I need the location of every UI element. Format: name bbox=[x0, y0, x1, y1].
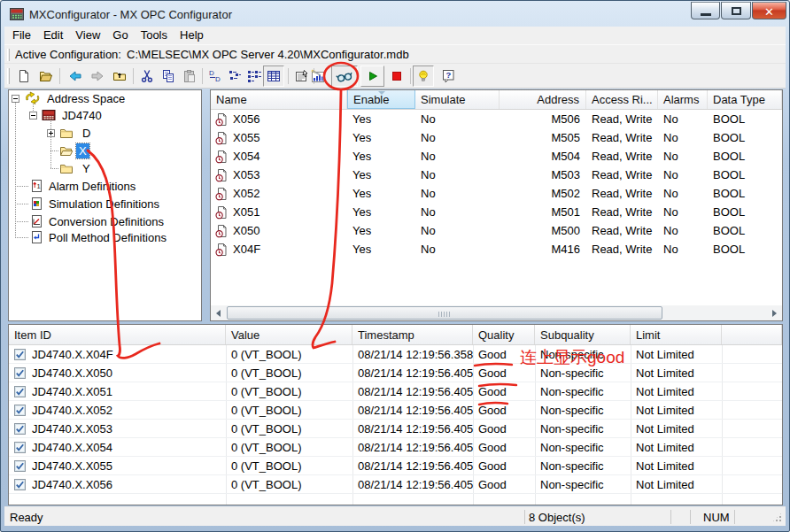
monitor-subquality: Non-specific bbox=[535, 478, 631, 491]
column-header-enable[interactable]: Enable bbox=[347, 90, 415, 109]
monitor-timestamp: 08/21/14 12:19:56.405 bbox=[352, 441, 473, 454]
monitor-limit: Not Limited bbox=[631, 422, 722, 436]
tips-button[interactable] bbox=[413, 66, 434, 87]
column-header-subquality[interactable]: Subquality bbox=[535, 325, 631, 344]
tag-enable: Yes bbox=[347, 150, 415, 163]
tag-row[interactable]: X053 Yes No M503 Read, Write No BOOL bbox=[211, 166, 782, 184]
statistics-icon bbox=[311, 69, 325, 83]
menu-file[interactable]: File bbox=[6, 27, 37, 44]
cut-button[interactable] bbox=[136, 66, 158, 87]
checkbox-checked-icon[interactable] bbox=[14, 367, 26, 379]
tag-rows: X056 Yes No M506 Read, Write No BOOL X05… bbox=[211, 110, 782, 258]
tag-alarms: No bbox=[658, 131, 708, 144]
active-configuration-label: Active Configuration: bbox=[15, 48, 121, 61]
forward-button[interactable] bbox=[87, 66, 108, 87]
tag-name: X054 bbox=[233, 150, 259, 163]
back-button[interactable] bbox=[65, 66, 86, 87]
tag-row[interactable]: X052 Yes No M502 Read, Write No BOOL bbox=[211, 184, 782, 203]
column-header-item-id[interactable]: Item ID bbox=[9, 325, 226, 344]
tag-icon bbox=[214, 187, 228, 201]
monitor-value: 0 (VT_BOOL) bbox=[226, 459, 352, 473]
tag-name: X053 bbox=[233, 168, 259, 181]
help-button[interactable]: ? bbox=[438, 66, 459, 87]
checkbox-checked-icon[interactable] bbox=[14, 442, 26, 453]
tag-name: X04F bbox=[233, 243, 260, 256]
column-header-quality[interactable]: Quality bbox=[473, 325, 535, 344]
checkbox-checked-icon[interactable] bbox=[14, 479, 26, 490]
up-one-level-button[interactable] bbox=[109, 66, 130, 87]
tag-row[interactable]: X056 Yes No M506 Read, Write No BOOL bbox=[211, 110, 782, 128]
tag-row[interactable]: X055 Yes No M505 Read, Write No BOOL bbox=[211, 128, 782, 147]
menu-tools[interactable]: Tools bbox=[135, 27, 174, 44]
paste-button[interactable] bbox=[179, 66, 200, 87]
checkbox-checked-icon[interactable] bbox=[14, 460, 26, 472]
column-header-alarms[interactable]: Alarms bbox=[658, 90, 708, 109]
device-icon bbox=[42, 108, 56, 122]
monitor-row[interactable]: JD4740.X.X04F 0 (VT_BOOL) 08/21/14 12:19… bbox=[9, 345, 782, 364]
tag-enable: Yes bbox=[347, 168, 415, 181]
monitor-quality: Good bbox=[473, 478, 535, 491]
tag-row[interactable]: X04F Yes No M416 Read, Write No BOOL bbox=[211, 240, 782, 258]
resize-grip[interactable] bbox=[771, 512, 783, 523]
tag-simulate: No bbox=[415, 168, 500, 181]
checkbox-checked-icon[interactable] bbox=[14, 386, 26, 397]
collapse-toggle[interactable] bbox=[12, 95, 19, 103]
report-view-button[interactable] bbox=[263, 66, 284, 87]
start-icon bbox=[366, 69, 380, 83]
tag-row[interactable]: X051 Yes No M501 Read, Write No BOOL bbox=[211, 203, 782, 221]
start-button[interactable] bbox=[360, 66, 384, 87]
statistics-button[interactable] bbox=[307, 66, 329, 87]
monitor-row[interactable]: JD4740.X.X054 0 (VT_BOOL) 08/21/14 12:19… bbox=[9, 438, 782, 457]
tag-alarms: No bbox=[658, 224, 708, 237]
checkbox-checked-icon[interactable] bbox=[14, 423, 26, 435]
monitor-quality: Good bbox=[473, 385, 535, 398]
menu-view[interactable]: View bbox=[69, 27, 106, 44]
scroll-right-button[interactable] bbox=[767, 305, 782, 320]
menu-edit[interactable]: Edit bbox=[37, 27, 69, 44]
new-button[interactable] bbox=[13, 66, 35, 87]
copy-button[interactable] bbox=[158, 66, 179, 87]
monitor-view-button[interactable] bbox=[331, 66, 358, 87]
column-header-name[interactable]: Name bbox=[211, 90, 347, 109]
tag-enable: Yes bbox=[347, 243, 415, 256]
close-button[interactable]: ✕ bbox=[752, 2, 786, 19]
scroll-left-button[interactable] bbox=[211, 305, 226, 320]
tag-alarms: No bbox=[658, 112, 708, 126]
conversion-definitions-icon bbox=[29, 214, 43, 228]
horizontal-scrollbar[interactable] bbox=[211, 305, 782, 320]
scrollbar-thumb[interactable] bbox=[227, 306, 662, 320]
monitor-row[interactable]: JD4740.X.X055 0 (VT_BOOL) 08/21/14 12:19… bbox=[9, 457, 782, 475]
monitor-row[interactable]: JD4740.X.X052 0 (VT_BOOL) 08/21/14 12:19… bbox=[9, 401, 782, 420]
field-codes-button[interactable]: DD bbox=[205, 66, 226, 87]
column-header-value[interactable]: Value bbox=[226, 325, 352, 344]
small-icons-view-button[interactable] bbox=[224, 66, 245, 87]
column-header-data-type[interactable]: Data Type bbox=[708, 90, 782, 109]
monitor-value: 0 (VT_BOOL) bbox=[226, 385, 352, 398]
status-separator bbox=[670, 510, 671, 524]
column-header-simulate[interactable]: Simulate bbox=[415, 90, 500, 109]
column-header-address[interactable]: Address bbox=[500, 90, 586, 109]
monitor-row[interactable]: JD4740.X.X056 0 (VT_BOOL) 08/21/14 12:19… bbox=[9, 475, 782, 494]
checkbox-checked-icon[interactable] bbox=[14, 349, 26, 360]
menu-help[interactable]: Help bbox=[174, 27, 210, 44]
checkbox-checked-icon[interactable] bbox=[14, 405, 26, 416]
maximize-button[interactable] bbox=[721, 2, 751, 19]
monitor-value: 0 (VT_BOOL) bbox=[226, 441, 352, 454]
column-header-timestamp[interactable]: Timestamp bbox=[352, 325, 473, 344]
monitor-row[interactable]: JD4740.X.X051 0 (VT_BOOL) 08/21/14 12:19… bbox=[9, 382, 782, 401]
monitor-row[interactable]: JD4740.X.X053 0 (VT_BOOL) 08/21/14 12:19… bbox=[9, 420, 782, 438]
tag-access-rights: Read, Write bbox=[586, 205, 658, 219]
menu-go[interactable]: Go bbox=[106, 27, 134, 44]
column-header-limit[interactable]: Limit bbox=[631, 325, 722, 344]
stop-button[interactable] bbox=[386, 66, 407, 87]
expand-toggle[interactable] bbox=[47, 129, 55, 137]
tag-row[interactable]: X054 Yes No M504 Read, Write No BOOL bbox=[211, 147, 782, 166]
open-button[interactable] bbox=[35, 66, 57, 87]
monitor-value: 0 (VT_BOOL) bbox=[226, 366, 352, 380]
column-header-access-rights[interactable]: Access Ri... bbox=[586, 90, 658, 109]
monitor-row[interactable]: JD4740.X.X050 0 (VT_BOOL) 08/21/14 12:19… bbox=[9, 364, 782, 382]
tag-row[interactable]: X050 Yes No M500 Read, Write No BOOL bbox=[211, 221, 782, 240]
collapse-toggle[interactable] bbox=[29, 112, 37, 120]
list-view-button[interactable] bbox=[244, 66, 265, 87]
minimize-button[interactable] bbox=[691, 2, 720, 19]
